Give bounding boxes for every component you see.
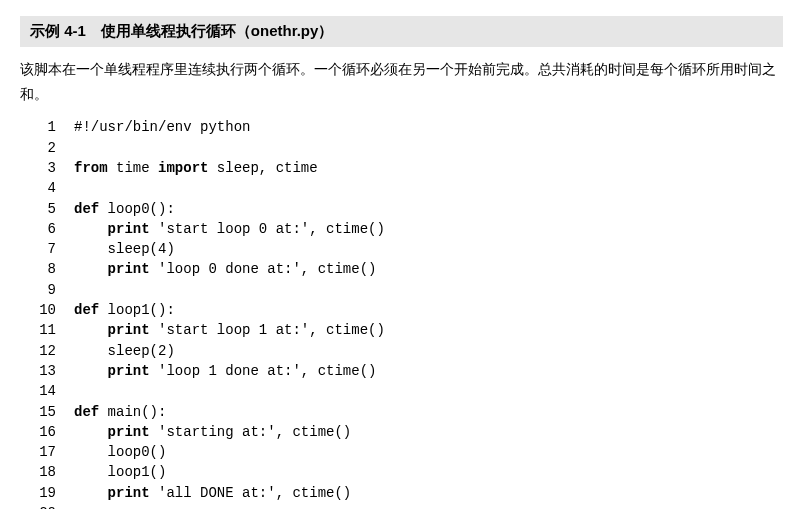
code-text [74, 503, 783, 509]
code-text: sleep(2) [74, 341, 783, 361]
line-number: 9 [20, 280, 74, 300]
code-line: 18 loop1() [20, 462, 783, 482]
line-number: 8 [20, 259, 74, 279]
example-title: 示例 4-1 使用单线程执行循环（onethr.py） [20, 16, 783, 47]
code-text: print 'loop 1 done at:', ctime() [74, 361, 783, 381]
line-number: 10 [20, 300, 74, 320]
line-number: 4 [20, 178, 74, 198]
code-text: #!/usr/bin/env python [74, 117, 783, 137]
line-number: 17 [20, 442, 74, 462]
code-line: 12 sleep(2) [20, 341, 783, 361]
code-line: 3from time import sleep, ctime [20, 158, 783, 178]
code-line: 1#!/usr/bin/env python [20, 117, 783, 137]
code-text: loop0() [74, 442, 783, 462]
line-number: 14 [20, 381, 74, 401]
line-number: 15 [20, 402, 74, 422]
line-number: 1 [20, 117, 74, 137]
code-text: loop1() [74, 462, 783, 482]
code-text [74, 178, 783, 198]
code-line: 13 print 'loop 1 done at:', ctime() [20, 361, 783, 381]
line-number: 20 [20, 503, 74, 509]
code-text [74, 138, 783, 158]
line-number: 2 [20, 138, 74, 158]
line-number: 13 [20, 361, 74, 381]
line-number: 18 [20, 462, 74, 482]
code-listing: 1#!/usr/bin/env python23from time import… [20, 117, 783, 509]
code-text: from time import sleep, ctime [74, 158, 783, 178]
code-line: 10def loop1(): [20, 300, 783, 320]
line-number: 11 [20, 320, 74, 340]
code-text: print 'start loop 0 at:', ctime() [74, 219, 783, 239]
line-number: 7 [20, 239, 74, 259]
line-number: 16 [20, 422, 74, 442]
code-text: def loop0(): [74, 199, 783, 219]
code-line: 15def main(): [20, 402, 783, 422]
line-number: 6 [20, 219, 74, 239]
code-line: 5def loop0(): [20, 199, 783, 219]
example-description: 该脚本在一个单线程程序里连续执行两个循环。一个循环必须在另一个开始前完成。总共消… [20, 57, 783, 107]
line-number: 3 [20, 158, 74, 178]
code-line: 14 [20, 381, 783, 401]
code-line: 7 sleep(4) [20, 239, 783, 259]
code-text: print 'start loop 1 at:', ctime() [74, 320, 783, 340]
code-text: def main(): [74, 402, 783, 422]
code-line: 4 [20, 178, 783, 198]
code-line: 11 print 'start loop 1 at:', ctime() [20, 320, 783, 340]
code-text: def loop1(): [74, 300, 783, 320]
code-text [74, 280, 783, 300]
code-text: print 'starting at:', ctime() [74, 422, 783, 442]
code-text: print 'all DONE at:', ctime() [74, 483, 783, 503]
code-text: sleep(4) [74, 239, 783, 259]
line-number: 5 [20, 199, 74, 219]
code-line: 8 print 'loop 0 done at:', ctime() [20, 259, 783, 279]
code-line: 17 loop0() [20, 442, 783, 462]
code-line: 6 print 'start loop 0 at:', ctime() [20, 219, 783, 239]
code-line: 2 [20, 138, 783, 158]
code-line: 20 [20, 503, 783, 509]
code-text [74, 381, 783, 401]
code-line: 19 print 'all DONE at:', ctime() [20, 483, 783, 503]
code-text: print 'loop 0 done at:', ctime() [74, 259, 783, 279]
code-line: 16 print 'starting at:', ctime() [20, 422, 783, 442]
code-line: 9 [20, 280, 783, 300]
line-number: 12 [20, 341, 74, 361]
line-number: 19 [20, 483, 74, 503]
